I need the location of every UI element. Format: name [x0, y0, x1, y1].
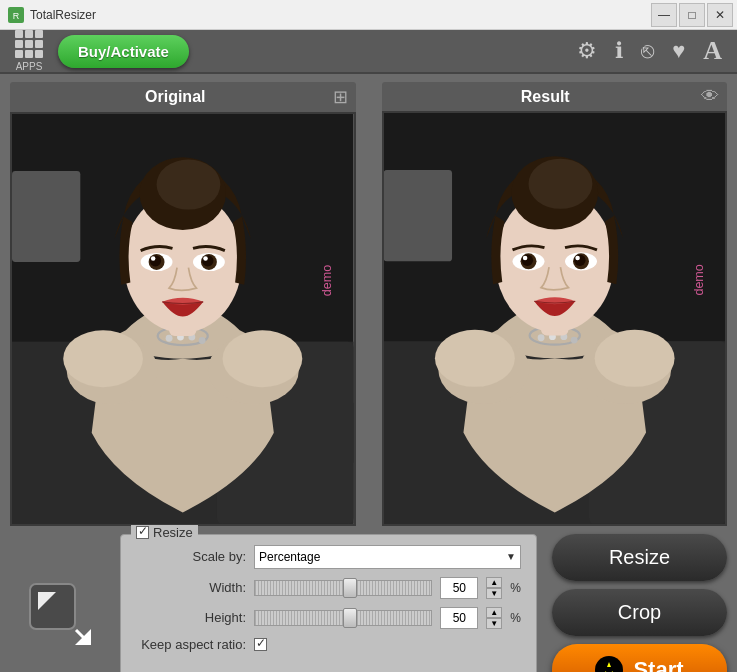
- resize-button[interactable]: Resize: [552, 534, 727, 581]
- result-panel: Result 👁: [382, 82, 728, 526]
- controls-panel: Resize Scale by: Percentage ▼ Width:: [120, 534, 537, 672]
- close-button[interactable]: ✕: [707, 3, 733, 27]
- svg-point-25: [202, 255, 213, 266]
- svg-point-51: [521, 254, 532, 265]
- svg-point-10: [223, 330, 303, 387]
- height-increment[interactable]: ▲: [486, 607, 502, 618]
- svg-rect-56: [30, 584, 75, 629]
- minimize-button[interactable]: —: [651, 3, 677, 27]
- width-decrement[interactable]: ▼: [486, 588, 502, 599]
- controls-legend: Resize: [131, 525, 198, 540]
- width-increment[interactable]: ▲: [486, 577, 502, 588]
- height-row: Height: 50 ▲ ▼ %: [136, 607, 521, 629]
- resize-arrow-area: [10, 534, 110, 672]
- result-panel-icon[interactable]: 👁: [701, 86, 719, 107]
- aspect-ratio-row: Keep aspect ratio:: [136, 637, 521, 652]
- window-controls: — □ ✕: [651, 0, 733, 29]
- svg-point-39: [537, 334, 544, 341]
- width-label: Width:: [136, 580, 246, 595]
- aspect-ratio-label: Keep aspect ratio:: [136, 637, 246, 652]
- crop-button[interactable]: Crop: [552, 589, 727, 636]
- width-slider-container: [254, 580, 432, 596]
- select-dropdown-icon: ▼: [506, 551, 516, 562]
- resize-arrows-icon: [28, 582, 93, 647]
- scale-by-select[interactable]: Percentage ▼: [254, 545, 521, 569]
- font-icon[interactable]: A: [703, 36, 722, 66]
- svg-rect-6: [12, 171, 80, 262]
- original-image-frame: demo: [10, 112, 356, 526]
- height-slider-track[interactable]: [254, 610, 432, 626]
- app-icon: R: [8, 7, 24, 23]
- share-icon[interactable]: ⎋: [641, 38, 654, 64]
- svg-point-35: [434, 330, 514, 387]
- app-body: APPS Buy/Activate ⚙ ℹ ⎋ ♥ A Original ⊞: [0, 30, 737, 672]
- svg-point-19: [157, 160, 221, 210]
- right-buttons: Resize Crop Start: [547, 534, 727, 672]
- title-text: TotalResizer: [30, 8, 96, 22]
- toolbar: APPS Buy/Activate ⚙ ℹ ⎋ ♥ A: [0, 30, 737, 74]
- heart-icon[interactable]: ♥: [672, 38, 685, 64]
- original-panel-icon[interactable]: ⊞: [333, 86, 348, 108]
- original-panel-title: Original: [18, 88, 333, 106]
- resize-checkbox[interactable]: [136, 526, 149, 539]
- height-slider-container: [254, 610, 432, 626]
- svg-point-15: [199, 337, 206, 344]
- image-section: Original ⊞: [0, 74, 737, 534]
- apps-label: APPS: [16, 61, 43, 72]
- svg-text:R: R: [13, 11, 20, 21]
- toolbar-icons: ⚙ ℹ ⎋ ♥ A: [577, 36, 722, 66]
- start-button[interactable]: Start: [552, 644, 727, 672]
- svg-point-53: [522, 256, 527, 261]
- svg-point-37: [594, 330, 674, 387]
- bottom-section: Resize Scale by: Percentage ▼ Width:: [0, 534, 737, 672]
- original-panel-header: Original ⊞: [10, 82, 356, 112]
- hazard-icon: [595, 656, 623, 672]
- maximize-button[interactable]: □: [679, 3, 705, 27]
- panel-divider: [364, 82, 374, 526]
- result-image-frame: demo: [382, 111, 728, 526]
- settings-icon[interactable]: ⚙: [577, 38, 597, 64]
- apps-grid-icon: [15, 30, 43, 58]
- svg-point-26: [151, 256, 156, 261]
- height-value-input[interactable]: 50: [440, 607, 478, 629]
- svg-point-12: [166, 335, 173, 342]
- apps-button[interactable]: APPS: [15, 30, 43, 72]
- svg-point-52: [574, 254, 585, 265]
- height-slider-thumb[interactable]: [343, 608, 357, 628]
- scale-by-value: Percentage: [259, 550, 320, 564]
- svg-point-46: [528, 159, 592, 209]
- scale-by-label: Scale by:: [136, 549, 246, 564]
- height-decrement[interactable]: ▼: [486, 618, 502, 629]
- buy-activate-button[interactable]: Buy/Activate: [58, 35, 189, 68]
- height-percent: %: [510, 611, 521, 625]
- width-percent: %: [510, 581, 521, 595]
- result-panel-title: Result: [390, 88, 702, 106]
- svg-point-27: [203, 256, 208, 261]
- title-bar: R TotalResizer — □ ✕: [0, 0, 737, 30]
- svg-point-24: [150, 255, 161, 266]
- aspect-ratio-checkbox[interactable]: [254, 638, 267, 651]
- svg-point-42: [570, 337, 577, 344]
- svg-rect-33: [384, 170, 452, 261]
- width-slider-thumb[interactable]: [343, 578, 357, 598]
- scale-by-row: Scale by: Percentage ▼: [136, 545, 521, 569]
- width-spinbox: ▲ ▼: [486, 577, 502, 599]
- info-icon[interactable]: ℹ: [615, 38, 623, 64]
- height-spinbox: ▲ ▼: [486, 607, 502, 629]
- width-value-input[interactable]: 50: [440, 577, 478, 599]
- start-label: Start: [633, 657, 683, 672]
- svg-text:demo: demo: [692, 264, 706, 295]
- svg-text:demo: demo: [320, 265, 334, 296]
- original-panel: Original ⊞: [10, 82, 356, 526]
- height-label: Height:: [136, 610, 246, 625]
- width-slider-track[interactable]: [254, 580, 432, 596]
- svg-point-8: [63, 330, 143, 387]
- resize-legend-label: Resize: [153, 525, 193, 540]
- result-panel-header: Result 👁: [382, 82, 728, 111]
- width-row: Width: 50 ▲ ▼ %: [136, 577, 521, 599]
- svg-point-54: [575, 256, 580, 261]
